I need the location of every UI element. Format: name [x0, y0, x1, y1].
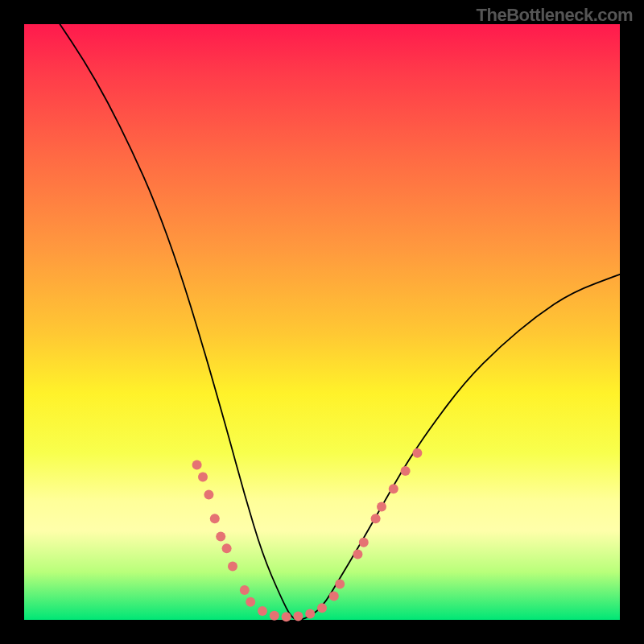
data-point	[240, 585, 250, 595]
data-point	[270, 611, 279, 621]
data-point	[293, 612, 303, 621]
bottleneck-curve	[60, 24, 620, 620]
data-point	[389, 484, 398, 493]
data-point	[228, 561, 237, 571]
data-point	[412, 448, 422, 458]
data-point	[329, 591, 339, 601]
data-point	[305, 609, 315, 619]
curve-layer	[24, 24, 620, 620]
data-point	[246, 597, 255, 607]
data-point	[282, 612, 291, 621]
data-point	[210, 514, 220, 523]
data-point	[198, 472, 208, 481]
data-point	[222, 543, 232, 553]
data-point	[258, 606, 267, 616]
data-point	[317, 603, 327, 613]
data-point	[353, 550, 362, 559]
data-point	[377, 502, 386, 511]
data-point	[216, 531, 225, 541]
data-points	[192, 448, 423, 622]
data-point	[192, 460, 202, 470]
data-point	[371, 514, 381, 523]
watermark-text: TheBottleneck.com	[477, 5, 633, 26]
data-point	[401, 466, 411, 476]
data-point	[359, 538, 369, 547]
plot-area	[24, 24, 620, 620]
data-point	[335, 580, 345, 589]
data-point	[204, 490, 213, 500]
chart-stage: TheBottleneck.com	[0, 0, 644, 644]
